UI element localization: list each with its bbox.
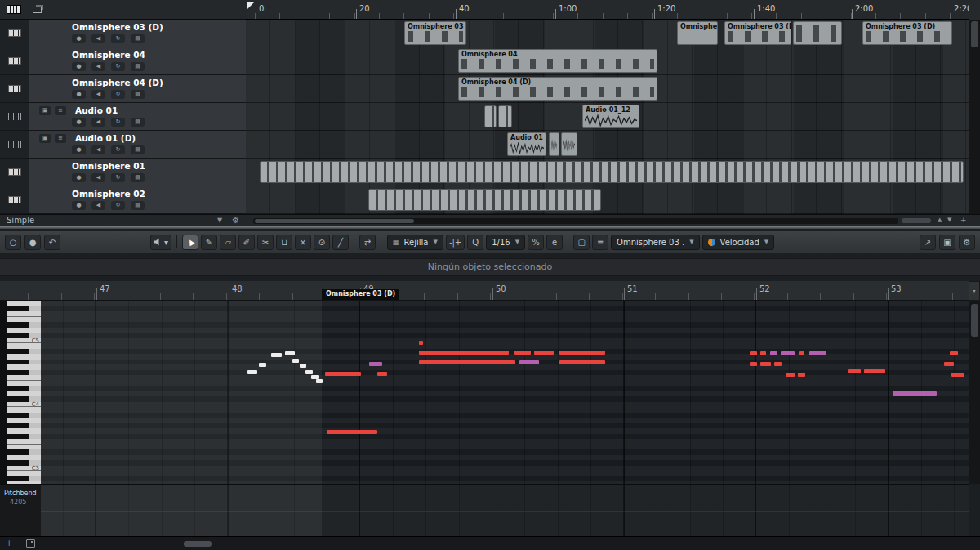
scrollbar-handle[interactable] <box>971 304 978 337</box>
midi-note[interactable] <box>950 351 958 355</box>
clip[interactable]: Omnisphere 04 (D) <box>458 77 657 101</box>
note-grid[interactable] <box>41 301 969 484</box>
mute-button[interactable]: ● <box>72 90 86 99</box>
midi-note[interactable] <box>534 351 554 355</box>
instrument-button[interactable]: ▤ <box>131 201 145 210</box>
midi-note[interactable] <box>951 373 964 377</box>
midi-note[interactable] <box>944 362 954 366</box>
freeze-button[interactable]: ↻ <box>111 90 125 99</box>
mute-button[interactable]: ● <box>72 118 86 127</box>
midi-note[interactable] <box>419 351 509 355</box>
midi-note[interactable] <box>325 372 361 376</box>
midi-note[interactable] <box>774 362 782 366</box>
mute-button[interactable]: ● <box>72 145 86 154</box>
clip[interactable] <box>549 132 559 156</box>
quantize-panel-button[interactable]: e <box>546 235 563 250</box>
mute-button[interactable]: ● <box>72 62 86 71</box>
clip[interactable]: Omnisphere 03 ( <box>404 21 466 45</box>
midi-note[interactable] <box>300 364 306 368</box>
midi-note[interactable] <box>781 351 795 355</box>
autoscroll-button[interactable]: ⇄ <box>359 235 376 250</box>
instrument-button[interactable]: ▤ <box>131 173 145 182</box>
record-icon[interactable]: ○ <box>5 235 21 250</box>
controller-selector-dropdown[interactable]: Velocidad ▼ <box>702 235 775 250</box>
freeze-button[interactable]: ↻ <box>111 145 125 154</box>
add-icon[interactable]: + <box>960 216 967 224</box>
freeze-button[interactable]: ↻ <box>111 62 125 71</box>
clip[interactable] <box>484 105 497 127</box>
track-row[interactable]: ▣≡Audio 01 (D)●◀↻▤ <box>0 131 246 159</box>
draw-tool[interactable]: ✎ <box>201 235 217 250</box>
zoom-tool[interactable]: ⊙ <box>314 235 330 250</box>
select-tool[interactable]: ▲ <box>182 235 198 250</box>
retrospective-record-icon[interactable]: ↶ <box>44 235 60 250</box>
lanes-icon[interactable]: ≡ <box>55 106 66 115</box>
inspector-icon[interactable]: ▣ <box>39 106 51 115</box>
part-selector-dropdown[interactable]: Omnisphere 03 . ▼ <box>611 235 699 250</box>
open-window-icon[interactable]: ↗ <box>920 235 936 250</box>
midi-note[interactable] <box>285 351 295 355</box>
monitor-button[interactable]: ◀ <box>91 118 105 127</box>
clip[interactable]: Audio 01 <box>507 132 546 156</box>
swing-button[interactable]: % <box>528 235 544 250</box>
midi-note[interactable] <box>327 430 377 434</box>
clip[interactable]: Omnisphere 03 (D) <box>724 21 791 45</box>
instrument-button[interactable]: ▤ <box>131 62 145 71</box>
instrument-button[interactable]: ▤ <box>131 90 145 99</box>
chevron-down-icon[interactable]: ▼ <box>217 217 222 224</box>
lanes-icon[interactable]: ≡ <box>55 134 66 143</box>
midi-note[interactable] <box>750 362 757 366</box>
part-list-button[interactable]: ≡ <box>592 235 608 250</box>
midi-note[interactable] <box>369 362 382 366</box>
parts-icon[interactable] <box>33 7 42 13</box>
instrument-button[interactable]: ▤ <box>131 145 145 154</box>
track-row[interactable]: Omnisphere 01●◀↻▤ <box>0 159 246 186</box>
midi-note[interactable] <box>419 341 423 345</box>
midi-note[interactable] <box>809 351 826 355</box>
acoustic-feedback-button[interactable]: ▾ <box>150 235 172 250</box>
midi-note[interactable] <box>514 351 531 355</box>
clip[interactable] <box>498 105 512 127</box>
project-horizontal-scrollbar[interactable] <box>253 218 898 224</box>
keyboard-icon[interactable] <box>7 5 21 14</box>
midi-note[interactable] <box>786 373 795 377</box>
piano-keyboard[interactable]: C5C4C3 <box>0 301 41 484</box>
clip[interactable]: Omnisphere 04 <box>458 49 657 73</box>
editor-vertical-scrollbar[interactable] <box>969 301 980 484</box>
editor-ruler[interactable]: 47484950515253Omnisphere 03 (D) <box>0 281 969 301</box>
layout-icon[interactable]: ▣ <box>939 235 956 250</box>
monitor-button[interactable]: ◀ <box>91 201 105 210</box>
midi-note[interactable] <box>259 363 266 367</box>
controller-lane-area[interactable] <box>41 485 969 536</box>
ruler-options-button[interactable]: ▾ <box>969 281 980 301</box>
zoom-in-icon[interactable]: ▲ <box>938 217 942 223</box>
midi-note[interactable] <box>848 369 861 373</box>
track-row[interactable]: ▣≡Audio 01●◀↻▤ <box>0 103 246 131</box>
line-tool[interactable]: ╱ <box>332 235 349 250</box>
zoom-slider[interactable] <box>902 218 931 223</box>
erase-tool[interactable]: ▱ <box>220 235 236 250</box>
midi-note[interactable] <box>559 360 605 364</box>
trim-tool[interactable]: ✐ <box>238 235 255 250</box>
monitor-button[interactable]: ◀ <box>91 145 105 154</box>
midi-note[interactable] <box>750 351 757 355</box>
clip[interactable]: Audio 01_12 <box>582 105 639 128</box>
midi-note[interactable] <box>559 351 605 355</box>
mute-button[interactable]: ● <box>72 201 86 210</box>
midi-note[interactable] <box>893 391 937 396</box>
part-borders-button[interactable]: ▢ <box>573 235 590 250</box>
monitor-button[interactable]: ◀ <box>91 34 105 43</box>
midi-note[interactable] <box>760 351 766 355</box>
monitor-button[interactable]: ◀ <box>91 90 105 99</box>
monitor-button[interactable]: ◀ <box>91 173 105 182</box>
instrument-button[interactable]: ▤ <box>131 118 145 127</box>
split-tool[interactable]: ✂ <box>257 235 274 250</box>
project-vertical-scrollbar[interactable] <box>969 20 980 214</box>
zoom-out-icon[interactable]: ▼ <box>947 217 951 223</box>
midi-note[interactable] <box>247 370 257 374</box>
monitor-button[interactable]: ◀ <box>91 62 105 71</box>
editor-horizontal-scrollbar-handle[interactable] <box>184 541 212 547</box>
midi-note[interactable] <box>377 372 387 376</box>
grid-type-dropdown[interactable]: ▦ Rejilla ▼ <box>387 235 443 250</box>
mute-button[interactable]: ● <box>72 173 86 182</box>
